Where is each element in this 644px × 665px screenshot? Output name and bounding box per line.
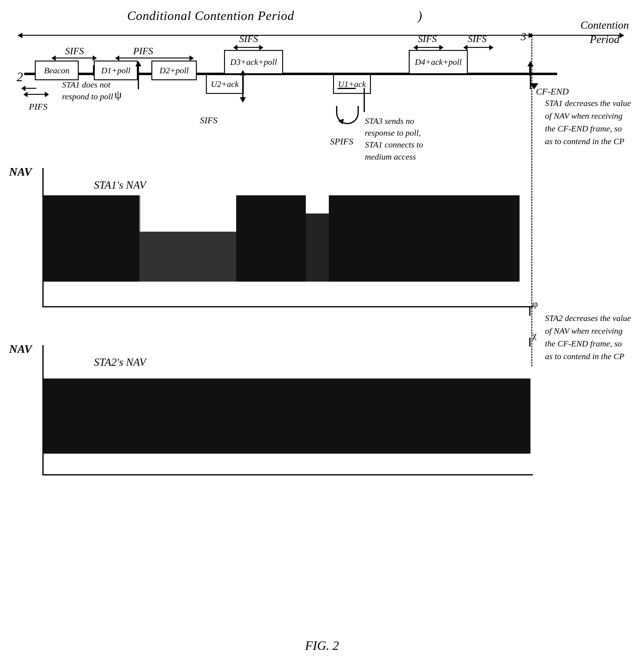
cp-label: Contention Period: [574, 18, 635, 46]
phi-symbol-1: φ: [532, 298, 538, 309]
ccp-paren: ): [418, 8, 422, 23]
nav1-horizontal-axis: [42, 306, 533, 307]
nav1-diagram: [24, 168, 533, 307]
number-2-label: 2: [17, 70, 23, 84]
phi-symbol-2: χ: [532, 329, 536, 341]
uturn-arrowhead: [338, 119, 345, 126]
number-3-label: 3: [521, 30, 526, 43]
sifs2-label: SIFS: [239, 33, 258, 44]
sifs4-arrow: [466, 47, 491, 48]
sifs4-label: SIFS: [468, 33, 487, 44]
psi-symbol: ψ: [114, 88, 122, 101]
timeline-ccp-arrow: [21, 35, 530, 36]
pifs-bottom-label: PIFS: [29, 101, 48, 112]
spifs-label: SPIFS: [330, 136, 353, 147]
sta1-no-response-label: STA1 does not respond to poll: [62, 79, 122, 102]
sifs3-arrow: [416, 47, 440, 48]
nav1-block-1: [43, 195, 140, 282]
pifs-arrow: [118, 58, 191, 58]
pifs-bottom-arrow: [26, 94, 46, 95]
nav1-block-5: [329, 195, 519, 282]
uturn-right: [364, 88, 365, 112]
uturn-curve: [336, 106, 359, 124]
diagram-container: Conditional Contention Period ) Contenti…: [0, 0, 644, 665]
sifs1-arrow-left: [55, 58, 70, 58]
uturn-arrow-container: [333, 88, 370, 127]
nav2-horizontal-axis: [42, 474, 533, 475]
nav2-block-1: [43, 379, 530, 454]
nav1-separator: [139, 195, 140, 232]
pifs-top-label: PIFS: [133, 45, 153, 57]
beacon-box: Beacon: [35, 61, 79, 80]
nav1-block-3: [236, 195, 306, 282]
sifs2-arrow: [236, 47, 260, 48]
sifs1-label: SIFS: [65, 45, 84, 57]
sta1-nav-marker: [529, 307, 530, 316]
sta2-nav-decrease-label: STA2 decreases the value of NAV when rec…: [545, 312, 631, 363]
d3ackpoll-box: D3+ack+poll: [224, 50, 283, 74]
sifs1-arrow-right: [67, 58, 94, 58]
uplink-arrow-1: [138, 65, 139, 89]
sifs-bottom-label: SIFS: [200, 115, 217, 126]
d2poll-box: D2+poll: [151, 61, 197, 80]
u2ack-box: U2+ack: [206, 74, 244, 94]
nav2-diagram: [24, 345, 533, 475]
uturn-top: [338, 88, 356, 89]
sifs3-label: SIFS: [418, 33, 437, 44]
cfend-tick: [529, 63, 530, 76]
d3-down-arrow: [242, 74, 243, 98]
d4ackpoll-box: D4+ack+poll: [409, 50, 468, 74]
marker-left-arrow: [24, 88, 36, 89]
ccp-label: Conditional Contention Period: [127, 8, 294, 23]
nav1-block-2: [139, 232, 236, 282]
cfend-label: CF-END: [536, 86, 569, 97]
sta1-nav-decrease-label: STA1 decreases the value of NAV when rec…: [545, 97, 631, 148]
d1poll-box: D1+poll: [94, 61, 138, 80]
sta3-no-response-label: STA3 sends no response to poll, STA1 con…: [365, 115, 440, 163]
fig-label: FIG. 2: [305, 638, 339, 653]
timeline-cp-arrow: [530, 35, 621, 36]
